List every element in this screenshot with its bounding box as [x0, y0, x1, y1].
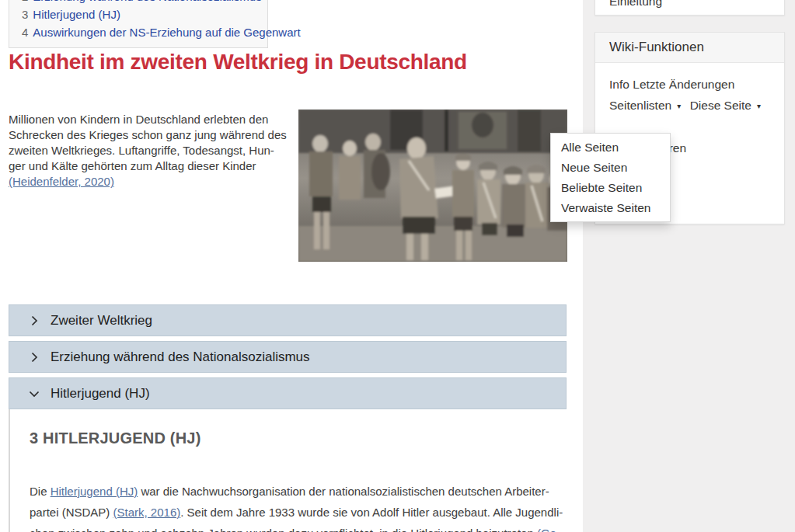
menu-item-verwaiste-seiten[interactable]: Verwaiste Seiten [551, 198, 670, 218]
chevron-down-icon [28, 388, 40, 400]
toc-item-number: 3 [22, 8, 28, 21]
accordion-header-hitlerjugend[interactable]: Hitlerjugend (HJ) [9, 377, 567, 409]
sidebar-item-einleitung[interactable]: Einleitung [609, 0, 662, 9]
page-title: Kindheit im zweiten Weltkrieg in Deutsch… [9, 50, 467, 75]
caret-down-icon: ▾ [677, 96, 681, 116]
menu-item-neue-seiten[interactable]: Neue Seiten [551, 158, 670, 178]
toc-item: 3Hitlerjugend (HJ) [22, 5, 255, 23]
sidebar-item-info[interactable]: Info [609, 78, 629, 91]
sidebar-navigation-box: Einleitung [595, 0, 785, 16]
wiki-page: { "colors": { "accent_red": "#c9313d", "… [0, 0, 795, 532]
wiki-functions-title: Wiki-Funktionen [595, 33, 784, 63]
accordion-panel-hitlerjugend: 3 HITLERJUGEND (HJ) Die Hitlerjugend (HJ… [9, 409, 567, 532]
toc-item-number: 4 [22, 26, 28, 39]
chevron-right-icon [28, 315, 40, 327]
section-heading: 3 HITLERJUGEND (HJ) [30, 429, 201, 447]
accordion-header-erziehung[interactable]: Erziehung während des Nationalsozialismu… [9, 341, 567, 373]
section-paragraph: Die Hitlerjugend (HJ) war die Nachwuchso… [30, 481, 563, 532]
citation-link[interactable]: Hitlerjugend (HJ) [51, 485, 138, 498]
toc-item: 2Erziehung während des Nationalsozialism… [22, 0, 255, 5]
citation-link[interactable]: (Ge- [537, 527, 560, 532]
toc-link-erziehung[interactable]: Erziehung während des Nationalsozialismu… [33, 0, 261, 3]
accordion-header-zweiter-weltkrieg[interactable]: Zweiter Weltkrieg [9, 304, 567, 336]
accordion-label: Erziehung während des Nationalsozialismu… [51, 349, 310, 365]
seitenlisten-dropdown-menu: Alle Seiten Neue Seiten Beliebte Seiten … [550, 133, 671, 222]
sidebar-item-diese-seite[interactable]: Diese Seite▾ [690, 99, 761, 112]
menu-item-beliebte-seiten[interactable]: Beliebte Seiten [551, 178, 670, 198]
table-of-contents: 2Erziehung während des Nationalsozialism… [9, 0, 268, 48]
citation-link[interactable]: (Stark, 2016) [113, 506, 181, 519]
photo-illustration [298, 110, 567, 262]
toc-link-auswirkungen[interactable]: Auswirkungen der NS-Erziehung auf die Ge… [33, 26, 300, 39]
intro-paragraph: Millionen von Kindern in Deutschland erl… [9, 112, 287, 190]
citation-link[interactable]: (Heidenfelder, 2020) [9, 175, 114, 188]
sidebar-item-seitenlisten[interactable]: Seitenlisten▾ [609, 99, 681, 112]
menu-item-alle-seiten[interactable]: Alle Seiten [551, 137, 670, 158]
accordion-label: Hitlerjugend (HJ) [51, 386, 150, 402]
toc-item-number: 2 [22, 0, 28, 3]
sidebar-item-label: Diese Seite [690, 99, 751, 112]
sidebar-item-letzte-aenderungen[interactable]: Letzte Änderungen [633, 78, 734, 91]
toc-item: 4Auswirkungen der NS-Erziehung auf die G… [22, 23, 255, 41]
accordion-label: Zweiter Weltkrieg [51, 313, 152, 329]
caret-down-icon: ▾ [757, 96, 761, 116]
chevron-right-icon [28, 351, 40, 363]
hitlerjugend-photo[interactable] [298, 110, 567, 262]
toc-link-hitlerjugend[interactable]: Hitlerjugend (HJ) [33, 8, 120, 21]
sidebar-item-label: Seitenlisten [609, 99, 671, 112]
